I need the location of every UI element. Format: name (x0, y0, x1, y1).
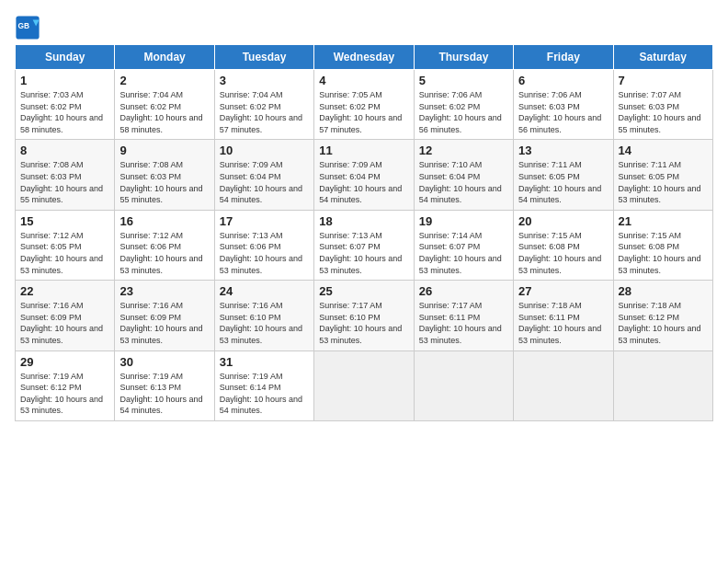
day-info: Sunrise: 7:15 AM Sunset: 6:08 PM Dayligh… (518, 230, 608, 276)
calendar-day-empty (514, 350, 613, 420)
calendar-day-18: 18 Sunrise: 7:13 AM Sunset: 6:07 PM Dayl… (314, 210, 414, 280)
day-info: Sunrise: 7:06 AM Sunset: 6:02 PM Dayligh… (419, 89, 508, 135)
day-info: Sunrise: 7:08 AM Sunset: 6:03 PM Dayligh… (20, 159, 109, 205)
calendar-header-sunday: Sunday (16, 45, 115, 70)
calendar-day-10: 10 Sunrise: 7:09 AM Sunset: 6:04 PM Dayl… (214, 140, 313, 210)
logo-icon: GB (15, 15, 40, 40)
day-info: Sunrise: 7:05 AM Sunset: 6:02 PM Dayligh… (319, 89, 408, 135)
day-info: Sunrise: 7:10 AM Sunset: 6:04 PM Dayligh… (419, 159, 508, 205)
calendar-day-12: 12 Sunrise: 7:10 AM Sunset: 6:04 PM Dayl… (414, 140, 513, 210)
calendar-week-2: 8 Sunrise: 7:08 AM Sunset: 6:03 PM Dayli… (16, 140, 713, 210)
day-number: 1 (20, 74, 109, 87)
calendar-day-15: 15 Sunrise: 7:12 AM Sunset: 6:05 PM Dayl… (16, 210, 115, 280)
day-info: Sunrise: 7:16 AM Sunset: 6:09 PM Dayligh… (20, 300, 109, 346)
day-info: Sunrise: 7:15 AM Sunset: 6:08 PM Dayligh… (619, 230, 708, 276)
day-number: 19 (419, 214, 508, 228)
calendar-header-tuesday: Tuesday (214, 45, 313, 70)
day-info: Sunrise: 7:04 AM Sunset: 6:02 PM Dayligh… (220, 89, 309, 135)
calendar-header-wednesday: Wednesday (314, 45, 414, 70)
day-info: Sunrise: 7:16 AM Sunset: 6:09 PM Dayligh… (119, 300, 209, 346)
calendar-day-21: 21 Sunrise: 7:15 AM Sunset: 6:08 PM Dayl… (613, 210, 712, 280)
calendar-day-4: 4 Sunrise: 7:05 AM Sunset: 6:02 PM Dayli… (314, 70, 414, 140)
calendar-day-26: 26 Sunrise: 7:17 AM Sunset: 6:11 PM Dayl… (414, 281, 513, 350)
day-number: 16 (119, 214, 209, 228)
calendar-day-6: 6 Sunrise: 7:06 AM Sunset: 6:03 PM Dayli… (514, 70, 613, 140)
day-info: Sunrise: 7:16 AM Sunset: 6:10 PM Dayligh… (220, 300, 309, 346)
day-info: Sunrise: 7:07 AM Sunset: 6:03 PM Dayligh… (619, 89, 708, 135)
day-number: 5 (419, 74, 508, 87)
calendar-day-20: 20 Sunrise: 7:15 AM Sunset: 6:08 PM Dayl… (514, 210, 613, 280)
page-header: GB (15, 15, 713, 40)
day-number: 18 (319, 214, 408, 228)
calendar-day-17: 17 Sunrise: 7:13 AM Sunset: 6:06 PM Dayl… (214, 210, 313, 280)
day-number: 6 (518, 74, 608, 87)
calendar-week-1: 1 Sunrise: 7:03 AM Sunset: 6:02 PM Dayli… (16, 70, 713, 140)
calendar-header-saturday: Saturday (613, 45, 712, 70)
day-info: Sunrise: 7:03 AM Sunset: 6:02 PM Dayligh… (20, 89, 109, 135)
day-info: Sunrise: 7:09 AM Sunset: 6:04 PM Dayligh… (220, 159, 309, 205)
logo: GB (15, 15, 44, 40)
day-number: 29 (20, 355, 109, 369)
day-info: Sunrise: 7:08 AM Sunset: 6:03 PM Dayligh… (119, 159, 209, 205)
day-number: 26 (419, 284, 508, 298)
calendar-day-14: 14 Sunrise: 7:11 AM Sunset: 6:05 PM Dayl… (613, 140, 712, 210)
calendar-header-monday: Monday (115, 45, 214, 70)
day-info: Sunrise: 7:18 AM Sunset: 6:11 PM Dayligh… (518, 300, 608, 346)
day-info: Sunrise: 7:17 AM Sunset: 6:10 PM Dayligh… (319, 300, 408, 346)
calendar-day-19: 19 Sunrise: 7:14 AM Sunset: 6:07 PM Dayl… (414, 210, 513, 280)
day-number: 27 (518, 284, 608, 298)
day-number: 8 (20, 144, 109, 157)
calendar-day-9: 9 Sunrise: 7:08 AM Sunset: 6:03 PM Dayli… (115, 140, 214, 210)
day-info: Sunrise: 7:04 AM Sunset: 6:02 PM Dayligh… (119, 89, 209, 135)
day-number: 13 (518, 144, 608, 157)
day-number: 11 (319, 144, 408, 157)
day-number: 2 (119, 74, 209, 87)
calendar-day-30: 30 Sunrise: 7:19 AM Sunset: 6:13 PM Dayl… (115, 350, 214, 420)
day-number: 4 (319, 74, 408, 87)
calendar-day-31: 31 Sunrise: 7:19 AM Sunset: 6:14 PM Dayl… (214, 350, 313, 420)
day-info: Sunrise: 7:06 AM Sunset: 6:03 PM Dayligh… (518, 89, 608, 135)
calendar-day-27: 27 Sunrise: 7:18 AM Sunset: 6:11 PM Dayl… (514, 281, 613, 350)
calendar-day-25: 25 Sunrise: 7:17 AM Sunset: 6:10 PM Dayl… (314, 281, 414, 350)
calendar-week-5: 29 Sunrise: 7:19 AM Sunset: 6:12 PM Dayl… (16, 350, 713, 420)
calendar-day-22: 22 Sunrise: 7:16 AM Sunset: 6:09 PM Dayl… (16, 281, 115, 350)
calendar-day-empty (613, 350, 712, 420)
svg-text:GB: GB (18, 21, 30, 30)
day-info: Sunrise: 7:19 AM Sunset: 6:12 PM Dayligh… (20, 371, 109, 417)
calendar-day-11: 11 Sunrise: 7:09 AM Sunset: 6:04 PM Dayl… (314, 140, 414, 210)
day-number: 31 (220, 355, 309, 369)
calendar-day-23: 23 Sunrise: 7:16 AM Sunset: 6:09 PM Dayl… (115, 281, 214, 350)
calendar-day-29: 29 Sunrise: 7:19 AM Sunset: 6:12 PM Dayl… (16, 350, 115, 420)
day-number: 9 (119, 144, 209, 157)
day-number: 23 (119, 284, 209, 298)
calendar-day-1: 1 Sunrise: 7:03 AM Sunset: 6:02 PM Dayli… (16, 70, 115, 140)
calendar-header-row: SundayMondayTuesdayWednesdayThursdayFrid… (16, 45, 713, 70)
day-info: Sunrise: 7:17 AM Sunset: 6:11 PM Dayligh… (419, 300, 508, 346)
calendar-day-16: 16 Sunrise: 7:12 AM Sunset: 6:06 PM Dayl… (115, 210, 214, 280)
calendar-day-5: 5 Sunrise: 7:06 AM Sunset: 6:02 PM Dayli… (414, 70, 513, 140)
day-number: 14 (619, 144, 708, 157)
calendar-day-3: 3 Sunrise: 7:04 AM Sunset: 6:02 PM Dayli… (214, 70, 313, 140)
day-info: Sunrise: 7:19 AM Sunset: 6:13 PM Dayligh… (119, 371, 209, 417)
calendar-day-2: 2 Sunrise: 7:04 AM Sunset: 6:02 PM Dayli… (115, 70, 214, 140)
day-number: 22 (20, 284, 109, 298)
calendar-day-28: 28 Sunrise: 7:18 AM Sunset: 6:12 PM Dayl… (613, 281, 712, 350)
calendar-week-4: 22 Sunrise: 7:16 AM Sunset: 6:09 PM Dayl… (16, 281, 713, 350)
day-number: 21 (619, 214, 708, 228)
calendar-week-3: 15 Sunrise: 7:12 AM Sunset: 6:05 PM Dayl… (16, 210, 713, 280)
day-number: 15 (20, 214, 109, 228)
day-number: 28 (619, 284, 708, 298)
calendar-day-24: 24 Sunrise: 7:16 AM Sunset: 6:10 PM Dayl… (214, 281, 313, 350)
day-info: Sunrise: 7:12 AM Sunset: 6:05 PM Dayligh… (20, 230, 109, 276)
calendar-day-13: 13 Sunrise: 7:11 AM Sunset: 6:05 PM Dayl… (514, 140, 613, 210)
day-info: Sunrise: 7:11 AM Sunset: 6:05 PM Dayligh… (518, 159, 608, 205)
calendar-header-thursday: Thursday (414, 45, 513, 70)
calendar-day-empty (314, 350, 414, 420)
day-info: Sunrise: 7:19 AM Sunset: 6:14 PM Dayligh… (220, 371, 309, 417)
calendar-day-empty (414, 350, 513, 420)
day-info: Sunrise: 7:11 AM Sunset: 6:05 PM Dayligh… (619, 159, 708, 205)
day-info: Sunrise: 7:18 AM Sunset: 6:12 PM Dayligh… (619, 300, 708, 346)
calendar-day-8: 8 Sunrise: 7:08 AM Sunset: 6:03 PM Dayli… (16, 140, 115, 210)
day-number: 7 (619, 74, 708, 87)
day-info: Sunrise: 7:13 AM Sunset: 6:07 PM Dayligh… (319, 230, 408, 276)
